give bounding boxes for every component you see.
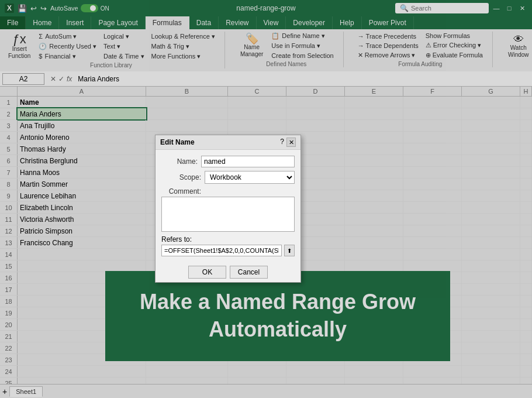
modal-close-button[interactable]: ✕ <box>286 138 296 147</box>
modal-refers-section: Refers to: ⬆ <box>161 235 295 256</box>
modal-body: Name: Scope: Workbook Sheet1 Comment: <box>156 150 300 262</box>
modal-scope-row: Scope: Workbook Sheet1 <box>161 171 295 184</box>
modal-refers-to-label: Refers to: <box>161 235 295 243</box>
modal-comment-row: Comment: <box>161 187 295 195</box>
edit-name-modal: Edit Name ? ✕ Name: Scope: Workbook Shee… <box>155 135 301 283</box>
modal-comment-section: Comment: <box>161 187 295 232</box>
modal-title-buttons: ? ✕ <box>280 138 296 147</box>
modal-refers-row: ⬆ <box>161 245 295 256</box>
modal-ok-label: OK <box>202 268 212 276</box>
modal-cancel-button[interactable]: Cancel <box>230 266 268 279</box>
modal-ok-button[interactable]: OK <box>188 266 226 279</box>
modal-buttons: OK Cancel <box>156 262 300 282</box>
modal-comment-label: Comment: <box>161 187 201 195</box>
modal-name-label: Name: <box>161 157 198 166</box>
modal-scope-label: Scope: <box>161 173 201 181</box>
modal-scope-select[interactable]: Workbook Sheet1 <box>205 171 295 184</box>
modal-overlay: Edit Name ? ✕ Name: Scope: Workbook Shee… <box>0 0 532 398</box>
modal-title: Edit Name <box>160 138 195 146</box>
modal-title-bar: Edit Name ? ✕ <box>156 135 300 150</box>
modal-comment-textarea[interactable] <box>161 197 295 232</box>
modal-name-input[interactable] <box>201 156 295 167</box>
modal-scope-select-wrap: Workbook Sheet1 <box>205 171 295 184</box>
modal-refers-input[interactable] <box>161 245 282 256</box>
modal-help-icon[interactable]: ? <box>280 138 284 147</box>
modal-name-row: Name: <box>161 156 295 167</box>
modal-cancel-label: Cancel <box>238 268 260 276</box>
modal-refers-collapse-btn[interactable]: ⬆ <box>284 245 295 256</box>
